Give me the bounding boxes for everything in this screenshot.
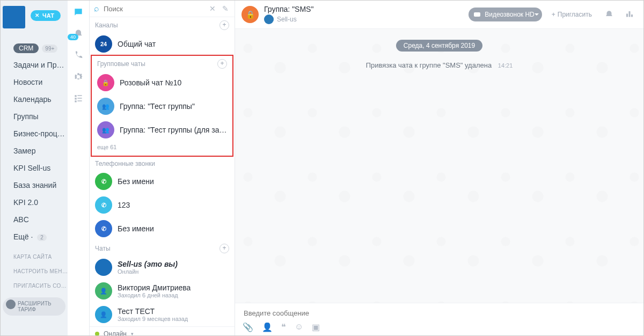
chat-label: 123 xyxy=(118,201,130,209)
nav-more[interactable]: Ещё · 2 xyxy=(1,228,68,245)
group-icon: 👥 xyxy=(97,121,114,138)
status-bar[interactable]: Онлайн ▾ xyxy=(90,326,235,336)
video-call-button[interactable]: Видеозвонок HD xyxy=(469,8,542,21)
phone-icon: ✆ xyxy=(95,220,112,237)
emoji-icon[interactable]: ☺ xyxy=(295,322,303,332)
rail-chat-icon[interactable] xyxy=(72,6,85,19)
nav-kpi-sell[interactable]: KPI Sell-us xyxy=(1,159,68,177)
left-navigation: ЧАТ CRM 99+ Задачи и Проекты Новости Кал… xyxy=(1,1,68,335)
crm-nav[interactable]: CRM xyxy=(13,43,39,53)
avatar xyxy=(95,259,112,276)
lock-icon: 🔒 xyxy=(97,74,114,91)
conversation-header: 🔒 Группа: "SMS" Sell-us Видеозвонок HD +… xyxy=(235,1,643,29)
group-chats-highlight: Групповые чаты + 🔒 Розовый чат №10 👥 Гру… xyxy=(91,55,233,157)
nav-more-label: Ещё xyxy=(13,232,29,241)
message-composer: 📎 👤 ❝ ☺ ▣ xyxy=(235,303,643,335)
nav-more-count: 2 xyxy=(37,234,47,241)
nav-news[interactable]: Новости xyxy=(1,74,68,91)
phone-icon: ✆ xyxy=(95,196,112,214)
add-group-chat-button[interactable]: + xyxy=(217,59,227,69)
groups-more-link[interactable]: еще 61 xyxy=(92,142,232,154)
crm-count-badge: 99+ xyxy=(42,45,57,53)
plus-icon: + xyxy=(552,11,555,18)
rail-settings-icon[interactable] xyxy=(72,70,85,83)
search-icon: ⌕ xyxy=(94,4,99,13)
avatar: 👤 xyxy=(95,306,112,323)
section-group-chats-title: Групповые чаты xyxy=(97,60,145,68)
list-item[interactable]: ✆ Без имени xyxy=(90,170,235,193)
status-dot-icon xyxy=(95,332,99,336)
chat-label: Общий чат xyxy=(118,40,156,48)
system-time: 14:21 xyxy=(498,62,513,69)
avatar: 👤 xyxy=(95,282,112,300)
clear-search-icon[interactable]: ✕ xyxy=(208,4,217,13)
nav-calendar[interactable]: Календарь xyxy=(1,91,68,108)
nav-tasks[interactable]: Задачи и Проекты xyxy=(1,56,68,74)
chat-sub: Онлайн xyxy=(118,268,178,275)
message-input[interactable] xyxy=(243,309,638,318)
system-message: Привязка чата к группе "SMS" удалена xyxy=(366,61,492,69)
rail-notifications-icon[interactable]: 40 xyxy=(72,27,85,40)
upgrade-pill[interactable]: РАСШИРИТЬ ТАРИФ xyxy=(3,297,65,316)
conversation-subtitle: Sell-us xyxy=(277,16,297,23)
icon-rail: 40 xyxy=(68,1,90,335)
upgrade-label: РАСШИРИТЬ ТАРИФ xyxy=(18,301,52,312)
conversation-body: Среда, 4 сентября 2019 Привязка чата к г… xyxy=(235,29,643,303)
chat-label: Группа: "Тест группы" xyxy=(120,102,195,111)
chat-label: Без имени xyxy=(118,177,154,186)
list-item[interactable]: 👥 Группа: "Тест группы" xyxy=(92,94,232,118)
chat-label: Без имени xyxy=(118,224,154,233)
mention-icon[interactable]: 👤 xyxy=(262,322,273,332)
nav-zamer[interactable]: Замер xyxy=(1,142,68,159)
chat-label: Sell-us (это вы) xyxy=(118,260,178,268)
invite-label: Пригласить xyxy=(558,11,592,18)
date-separator: Среда, 4 сентября 2019 xyxy=(396,40,482,52)
chat-item-main[interactable]: 24 Общий чат xyxy=(90,32,235,56)
section-chats-title: Чаты xyxy=(95,245,111,252)
avatar-24-icon: 24 xyxy=(95,35,112,53)
list-item[interactable]: 👤 Тест ТЕСТ Заходил 9 месяцев назад xyxy=(90,303,235,326)
conversation-pane: 🔒 Группа: "SMS" Sell-us Видеозвонок HD +… xyxy=(235,1,643,335)
compose-icon[interactable]: ✎ xyxy=(221,4,230,13)
list-item[interactable]: 👤 Виктория Дмитриева Заходил 6 дней наза… xyxy=(90,279,235,303)
rail-badge: 40 xyxy=(68,34,78,40)
list-item[interactable]: 🔒 Розовый чат №10 xyxy=(92,71,232,94)
app-logo xyxy=(3,6,25,28)
nav-abc[interactable]: ABC xyxy=(1,211,68,228)
rail-phone-icon[interactable] xyxy=(72,49,85,62)
status-label: Онлайн xyxy=(104,330,127,336)
nav-biz[interactable]: Бизнес-процессы xyxy=(1,125,68,142)
attach-icon[interactable]: 📎 xyxy=(243,322,253,332)
chat-list-pane: ⌕ ✕ ✎ Каналы + 24 Общий чат Групповые ча… xyxy=(90,1,235,335)
group-icon: 👥 xyxy=(97,98,114,115)
nav-groups[interactable]: Группы xyxy=(1,108,68,125)
nav-kpi2[interactable]: KPI 2.0 xyxy=(1,194,68,211)
group-avatar-lock-icon: 🔒 xyxy=(241,6,259,23)
list-item[interactable]: 👥 Группа: "Тест группы (для зад... xyxy=(92,118,232,142)
nav-configure[interactable]: НАСТРОИТЬ МЕНЮ xyxy=(1,264,68,279)
nav-sitemap[interactable]: КАРТА САЙТА xyxy=(1,250,68,264)
add-channel-button[interactable]: + xyxy=(219,20,229,30)
record-icon[interactable]: ▣ xyxy=(312,322,320,332)
list-item[interactable]: ✆ 123 xyxy=(90,193,235,217)
add-chat-button[interactable]: + xyxy=(219,244,229,253)
nav-invite-emp[interactable]: ПРИГЛАСИТЬ СОТРУДНИКОВ xyxy=(1,279,68,293)
equalizer-icon[interactable] xyxy=(622,7,637,22)
chat-label: Тест ТЕСТ xyxy=(118,307,188,316)
list-item[interactable]: ✆ Без имени xyxy=(90,217,235,240)
phone-icon: ✆ xyxy=(95,173,112,190)
section-phone-title: Телефонные звонки xyxy=(95,160,155,167)
bell-icon[interactable] xyxy=(602,7,617,22)
search-input[interactable] xyxy=(103,4,204,13)
invite-button[interactable]: + Пригласить xyxy=(547,8,596,21)
conversation-title: Группа: "SMS" xyxy=(264,5,313,13)
chat-label: Группа: "Тест группы (для зад... xyxy=(120,126,227,134)
mini-avatar xyxy=(264,14,274,24)
chat-mode-pill[interactable]: ЧАТ xyxy=(31,10,61,21)
quote-icon[interactable]: ❝ xyxy=(281,322,286,332)
chat-sub: Заходил 6 дней назад xyxy=(118,292,191,298)
rail-recent-icon[interactable] xyxy=(72,92,85,105)
section-channels-title: Каналы xyxy=(95,21,118,29)
list-item[interactable]: Sell-us (это вы) Онлайн xyxy=(90,255,235,279)
nav-kb[interactable]: База знаний xyxy=(1,177,68,194)
